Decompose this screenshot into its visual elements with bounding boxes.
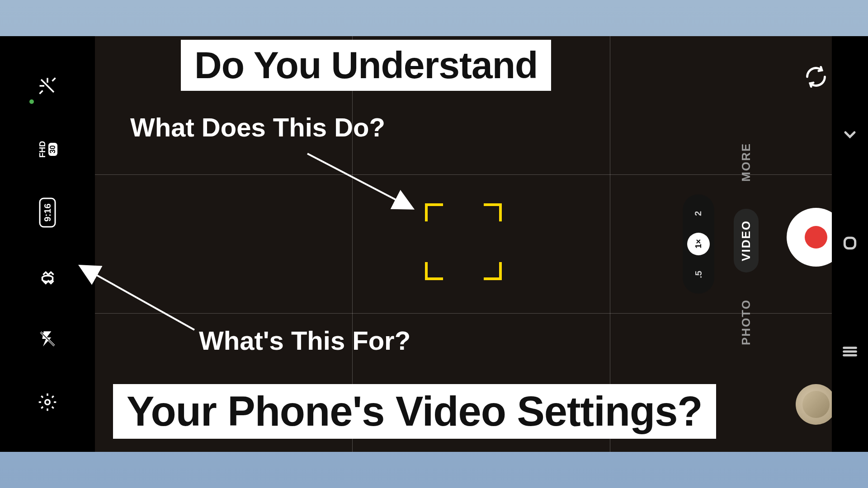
zoom-selector[interactable]: 2 1× .5 (683, 194, 714, 294)
aspect-ratio-label: 9:16 (39, 197, 56, 227)
svg-rect-8 (844, 238, 855, 248)
headline-bottom: Your Phone's Video Settings? (113, 384, 716, 439)
svg-line-4 (40, 91, 43, 94)
annotation-focus: What Does This Do? (130, 112, 385, 142)
record-indicator-icon (805, 226, 827, 249)
framerate-label: 30 (48, 142, 57, 156)
annotation-stabilizer: What's This For? (199, 325, 410, 356)
switch-camera-icon[interactable] (802, 63, 830, 90)
resolution-label: FHD (38, 141, 47, 158)
flash-off-icon[interactable] (36, 328, 59, 350)
mode-selector[interactable]: MORE VIDEO PHOTO (719, 36, 773, 452)
svg-line-3 (52, 78, 56, 81)
resolution-button[interactable]: FHD 30 (36, 138, 59, 160)
settings-sidebar: FHD 30 9:16 (0, 36, 95, 452)
zoom-option-1x-active[interactable]: 1× (687, 233, 710, 255)
android-nav-bar (832, 36, 868, 452)
aspect-ratio-button[interactable]: 9:16 (36, 201, 59, 224)
focus-indicator (425, 203, 502, 280)
svg-point-7 (45, 400, 50, 405)
nav-home-icon[interactable] (841, 234, 859, 254)
mode-more[interactable]: MORE (739, 143, 753, 182)
gallery-thumbnail[interactable] (796, 384, 836, 425)
effects-icon[interactable] (36, 75, 59, 97)
camera-active-indicator (29, 99, 34, 104)
zoom-option-05x[interactable]: .5 (693, 271, 704, 278)
headline-top: Do You Understand (181, 40, 551, 91)
stabilization-icon[interactable] (36, 264, 59, 287)
mode-video[interactable]: VIDEO (734, 209, 759, 272)
zoom-option-2x[interactable]: 2 (693, 211, 704, 216)
settings-gear-icon[interactable] (36, 391, 59, 413)
mode-photo[interactable]: PHOTO (739, 299, 753, 345)
nav-back-icon[interactable] (841, 126, 859, 145)
nav-recents-icon[interactable] (841, 343, 859, 362)
